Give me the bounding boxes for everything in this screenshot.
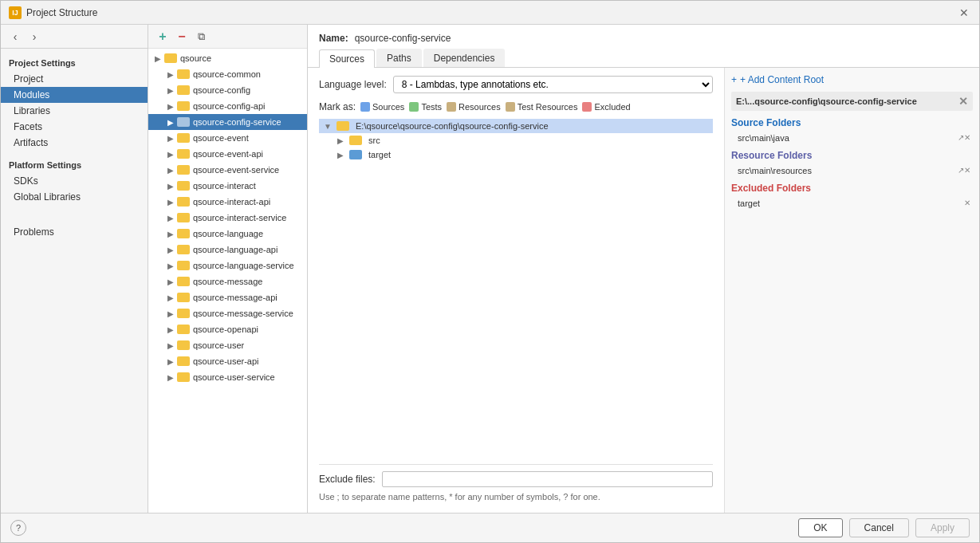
module-item-qsource-message-api[interactable]: ▶ qsource-message-api [148, 289, 307, 305]
tree-expand-src: ▶ [335, 135, 346, 146]
module-item-qsource-language-service[interactable]: ▶ qsource-language-service [148, 258, 307, 273]
module-item-qsource-common[interactable]: ▶ qsource-common [148, 66, 307, 82]
module-item-qsource-language[interactable]: ▶ qsource-language [148, 226, 307, 242]
tree-root-item[interactable]: ▼ E:\qsource\qsource-config\qsource-conf… [319, 119, 713, 133]
mark-test-resources[interactable]: Test Resources [506, 102, 578, 112]
resource-folders-title: Resource Folders [731, 150, 973, 161]
language-select[interactable]: 8 - Lambdas, type annotations etc. [393, 76, 713, 93]
exclude-hint: Use ; to separate name patterns, * for a… [319, 490, 713, 505]
folder-icon [177, 181, 190, 191]
project-structure-window: IJ Project Structure ✕ ‹ › Project Setti… [0, 0, 980, 543]
expand-icon: ▶ [152, 52, 164, 65]
source-folder-path: src\main\java [738, 133, 789, 143]
resource-folder-edit[interactable]: ↗✕ [955, 165, 973, 175]
name-row: Name: qsource-config-service [308, 25, 979, 49]
main-content: ‹ › Project Settings Project Modules Lib… [1, 25, 979, 513]
excluded-folder-remove[interactable]: ✕ [962, 198, 973, 208]
platform-settings-section: Platform Settings SDKs Global Libraries [1, 151, 148, 205]
module-item-qsource-user-api[interactable]: ▶ qsource-user-api [148, 353, 307, 369]
module-item-qsource-event-service[interactable]: ▶ qsource-event-service [148, 162, 307, 178]
sidebar-nav-bar: ‹ › [1, 25, 148, 49]
expand-icon: ▶ [164, 355, 177, 368]
folder-icon [177, 229, 190, 238]
tab-dependencies[interactable]: Dependencies [423, 49, 506, 67]
folder-icon [177, 101, 190, 111]
forward-button[interactable]: › [26, 29, 42, 45]
tab-sources[interactable]: Sources [319, 49, 375, 68]
ok-button[interactable]: OK [798, 518, 842, 537]
expand-icon: ▶ [164, 195, 177, 208]
excluded-folder-actions: ✕ [962, 198, 973, 208]
module-item-qsource-interact-service[interactable]: ▶ qsource-interact-service [148, 210, 307, 226]
tree-expand-root: ▼ [322, 120, 333, 132]
bottom-bar: ? OK Cancel Apply [1, 513, 979, 542]
folder-icon [177, 197, 190, 207]
sidebar-item-libraries[interactable]: Libraries [1, 103, 148, 119]
mark-sources[interactable]: Sources [360, 102, 404, 112]
module-item-qsource-config-api[interactable]: ▶ qsource-config-api [148, 98, 307, 114]
tree-target-item[interactable]: ▶ target [319, 148, 713, 162]
source-folders-section: Source Folders src\main\java ↗✕ [731, 117, 973, 144]
excluded-folder-row: target ✕ [731, 197, 973, 209]
exclude-input[interactable] [382, 471, 713, 487]
window-title: Project Structure [26, 7, 97, 18]
folder-icon [177, 293, 190, 302]
source-folder-edit[interactable]: ↗✕ [955, 132, 973, 143]
module-item-qsource-interact-api[interactable]: ▶ qsource-interact-api [148, 194, 307, 210]
module-item-qsource-language-api[interactable]: ▶ qsource-language-api [148, 242, 307, 258]
module-item-qsource-message[interactable]: ▶ qsource-message [148, 273, 307, 289]
sidebar-item-problems[interactable]: Problems [1, 224, 148, 240]
source-folder-row: src\main\java ↗✕ [731, 132, 973, 144]
back-button[interactable]: ‹ [7, 29, 23, 45]
module-item-qsource-message-service[interactable]: ▶ qsource-message-service [148, 305, 307, 321]
tree-src-item[interactable]: ▶ src [319, 133, 713, 148]
module-item-qsource[interactable]: ▶ qsource [148, 50, 307, 66]
excluded-color [582, 102, 592, 112]
folder-icon [177, 149, 190, 159]
sidebar-item-sdks[interactable]: SDKs [1, 173, 148, 189]
mark-resources[interactable]: Resources [447, 102, 501, 112]
close-button[interactable]: ✕ [957, 6, 971, 20]
title-bar-left: IJ Project Structure [9, 6, 97, 19]
remove-content-root-button[interactable]: ✕ [958, 95, 968, 108]
exclude-files-label: Exclude files: [319, 474, 376, 485]
module-item-qsource-interact[interactable]: ▶ qsource-interact [148, 178, 307, 194]
sidebar-item-global-libraries[interactable]: Global Libraries [1, 189, 148, 205]
cancel-button[interactable]: Cancel [849, 518, 909, 537]
expand-icon: ▶ [164, 307, 177, 320]
module-item-qsource-config[interactable]: ▶ qsource-config [148, 82, 307, 98]
resource-folder-path: src\main\resources [738, 166, 812, 175]
module-item-qsource-config-service[interactable]: ▶ qsource-config-service [148, 114, 307, 130]
project-settings-section: Project Settings Project Modules Librari… [1, 49, 148, 151]
module-item-qsource-user-service[interactable]: ▶ qsource-user-service [148, 369, 307, 385]
excluded-folders-section: Excluded Folders target ✕ [731, 183, 973, 209]
sidebar-item-modules[interactable]: Modules [1, 87, 148, 103]
language-row: Language level: 8 - Lambdas, type annota… [319, 76, 713, 93]
sidebar-item-facets[interactable]: Facets [1, 119, 148, 135]
expand-icon: ▶ [164, 68, 177, 81]
source-folder-actions: ↗✕ [955, 132, 973, 143]
remove-module-button[interactable]: − [174, 29, 190, 45]
test-resources-color [506, 102, 515, 112]
mark-tests[interactable]: Tests [409, 102, 442, 112]
module-item-qsource-event[interactable]: ▶ qsource-event [148, 130, 307, 146]
add-content-root-button[interactable]: + + Add Content Root [731, 74, 973, 85]
module-toolbar: + − ⧉ [148, 25, 307, 49]
folder-icon [177, 117, 190, 127]
add-module-button[interactable]: + [155, 29, 171, 45]
sidebar-item-artifacts[interactable]: Artifacts [1, 135, 148, 151]
tab-paths[interactable]: Paths [376, 49, 422, 67]
add-icon: + [731, 74, 737, 85]
folder-icon [177, 340, 190, 350]
mark-excluded[interactable]: Excluded [582, 102, 630, 112]
module-item-qsource-openapi[interactable]: ▶ qsource-openapi [148, 321, 307, 337]
module-item-qsource-user[interactable]: ▶ qsource-user [148, 337, 307, 353]
apply-button[interactable]: Apply [915, 518, 970, 537]
help-button[interactable]: ? [10, 520, 26, 536]
resources-color [447, 102, 456, 112]
folder-icon [177, 213, 190, 222]
expand-icon: ▶ [164, 291, 177, 304]
sidebar-item-project[interactable]: Project [1, 71, 148, 87]
copy-module-button[interactable]: ⧉ [193, 29, 209, 45]
module-item-qsource-event-api[interactable]: ▶ qsource-event-api [148, 146, 307, 162]
